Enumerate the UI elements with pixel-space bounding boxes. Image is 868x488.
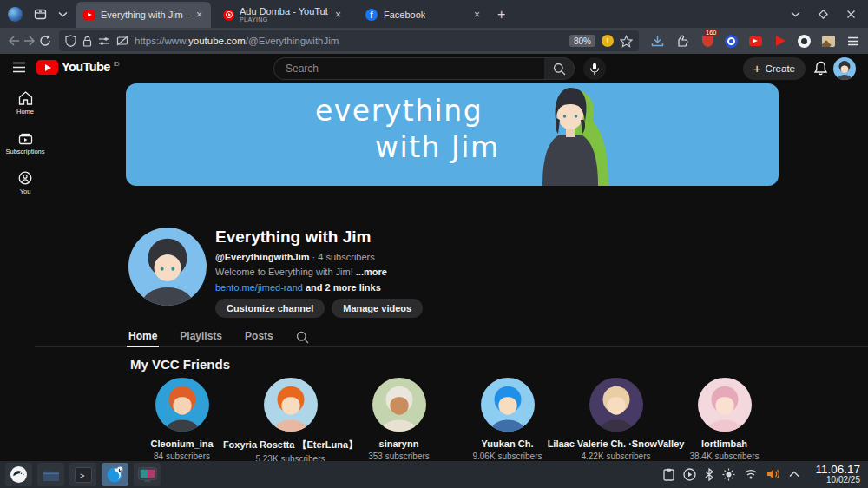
browser-titlebar: Everything with Jim - YouT × Adu Domba -… (0, 0, 868, 28)
browser-toolbar: https://www.youtube.com/@EverythingwithJ… (0, 28, 868, 54)
zoom-level-badge[interactable]: 80% (569, 35, 595, 47)
tray-expand-chevron-icon[interactable] (789, 471, 799, 478)
tab-title: Everything with Jim - YouT (101, 10, 189, 20)
create-button[interactable]: + Create (743, 57, 806, 80)
notifications-bell-icon[interactable] (813, 61, 828, 76)
new-tab-button[interactable]: + (489, 2, 514, 28)
channel-avatar[interactable] (698, 378, 752, 432)
channel-name[interactable]: Yuukan Ch. (482, 439, 534, 449)
file-manager-icon[interactable] (37, 463, 64, 486)
close-window-icon[interactable] (846, 10, 856, 19)
gesture-extension-icon[interactable] (674, 33, 690, 49)
tab-archive-icon[interactable] (34, 8, 47, 21)
friend-channel-card[interactable]: sinarynn 353 subscribers Subscribed (345, 378, 453, 461)
image-extension-icon[interactable] (820, 33, 836, 49)
channel-meta: @EverythingwithJim · 4 subscribers (215, 252, 375, 262)
channel-avatar[interactable] (264, 378, 318, 432)
more-links-label[interactable]: and 2 more links (303, 282, 381, 293)
screenshare-blocked-icon[interactable] (116, 36, 128, 46)
channel-name[interactable]: Lilaac Valerie Ch. ·SnowValley (548, 439, 685, 449)
youtube-extension-icon[interactable] (747, 33, 763, 49)
terminal-icon[interactable]: > (69, 463, 96, 486)
channel-links[interactable]: bento.me/jimed-rand and 2 more links (215, 282, 381, 293)
channel-avatar[interactable] (589, 378, 643, 432)
url-text[interactable]: https://www.youtube.com/@EverythingwithJ… (135, 36, 563, 46)
channel-name[interactable]: Foxyria Rosetta 【EterLuna】 (223, 439, 358, 452)
customize-channel-button[interactable]: Customize channel (215, 299, 325, 318)
sidebar-item-home[interactable]: Home (0, 83, 50, 123)
channel-avatar[interactable] (155, 378, 209, 432)
menu-icon[interactable] (845, 33, 861, 49)
tab-title: Facebook (384, 10, 425, 20)
tab-home[interactable]: Home (128, 328, 157, 347)
more-link[interactable]: ...more (356, 267, 387, 277)
round-extension-icon[interactable] (798, 35, 811, 48)
media-player-icon[interactable] (683, 468, 696, 481)
url-bar[interactable]: https://www.youtube.com/@EverythingwithJ… (59, 30, 639, 51)
tab-adu-domba[interactable]: Adu Domba - YouTube Mus PLAYING × (216, 2, 350, 28)
close-tab-icon[interactable]: × (194, 9, 204, 21)
friend-channel-card[interactable]: lortlimbah 38.4K subscribers Subscribed (670, 378, 779, 461)
channel-name[interactable]: lortlimbah (701, 439, 747, 449)
channel-avatar[interactable] (372, 378, 426, 432)
downloads-icon[interactable] (649, 33, 665, 49)
friend-channel-card[interactable]: Lilaac Valerie Ch. ·SnowValley 4.22K sub… (562, 378, 670, 461)
maximize-icon[interactable] (819, 10, 828, 19)
tracking-protection-shield-icon[interactable] (65, 35, 76, 47)
manage-videos-button[interactable]: Manage videos (332, 299, 423, 318)
channel-description[interactable]: Welcome to Everything with Jim! ...more (215, 267, 387, 277)
channel-name[interactable]: Cleonium_ina (150, 439, 213, 449)
youtube-logo[interactable]: YouTube ID (36, 60, 120, 75)
channel-subscribers: 9.06K subscribers (472, 452, 542, 461)
section-title: My VCC Friends (130, 357, 230, 372)
reload-button[interactable] (38, 30, 52, 51)
clipboard-icon[interactable] (663, 468, 674, 481)
close-tab-icon[interactable]: × (472, 9, 482, 21)
tab-facebook[interactable]: f Facebook × (358, 2, 489, 28)
guide-menu-icon[interactable] (12, 62, 26, 73)
sidebar-item-you[interactable]: You (0, 163, 50, 203)
clock-date: 10/02/25 (808, 476, 860, 485)
bluetooth-icon[interactable] (705, 468, 713, 481)
channel-search-icon[interactable] (296, 331, 309, 344)
search-button[interactable] (544, 57, 575, 80)
tab-playlists[interactable]: Playlists (180, 328, 222, 347)
tab-everything-with-jim[interactable]: Everything with Jim - YouT × (76, 2, 211, 28)
notification-dot-icon[interactable]: ! (602, 35, 614, 47)
adblock-extension-icon[interactable]: 160 (700, 33, 715, 49)
list-tabs-chevron-icon[interactable] (58, 11, 68, 17)
close-tab-icon[interactable]: × (333, 9, 343, 21)
channel-subscribers: 5.23K subscribers (255, 454, 325, 461)
minimize-icon[interactable] (791, 11, 800, 17)
account-avatar[interactable] (833, 57, 856, 80)
volume-icon[interactable] (766, 468, 780, 480)
voice-search-button[interactable] (583, 57, 606, 80)
system-taskbar: > 11.06.17 10/02/25 (0, 461, 868, 488)
lock-icon[interactable] (82, 36, 92, 47)
back-button[interactable] (7, 30, 21, 51)
youtube-page: YouTube ID + Create (0, 54, 868, 461)
clock[interactable]: 11.06.17 10/02/25 (808, 464, 860, 485)
channel-avatar[interactable] (128, 228, 207, 306)
sidebar-item-subscriptions[interactable]: Subscriptions (0, 123, 50, 163)
permissions-icon[interactable] (98, 36, 110, 46)
channel-avatar[interactable] (481, 378, 535, 432)
firefox-icon[interactable] (8, 7, 23, 22)
channel-name[interactable]: sinarynn (379, 439, 419, 449)
tab-posts[interactable]: Posts (245, 328, 273, 347)
wifi-icon[interactable] (744, 469, 758, 479)
app-launcher-icon[interactable] (5, 463, 32, 486)
blue-circle-extension-icon[interactable] (725, 35, 738, 48)
bookmark-star-icon[interactable] (620, 35, 633, 48)
forward-button[interactable] (23, 30, 36, 51)
friend-channel-card[interactable]: Yuukan Ch. 9.06K subscribers Subscribed (453, 378, 562, 461)
channel-link[interactable]: bento.me/jimed-rand (215, 282, 303, 293)
brightness-icon[interactable] (722, 468, 735, 481)
friend-channel-card[interactable]: Foxyria Rosetta 【EterLuna】 5.23K subscri… (236, 378, 345, 461)
video-editor-icon[interactable] (134, 463, 161, 486)
search-input[interactable] (273, 57, 544, 80)
extensions-row: 160 (649, 33, 861, 49)
firefox-taskbar-icon[interactable] (102, 463, 128, 486)
friend-channel-card[interactable]: Cleonium_ina 84 subscribers Subscribed (128, 378, 236, 461)
play-extension-icon[interactable] (773, 33, 788, 49)
